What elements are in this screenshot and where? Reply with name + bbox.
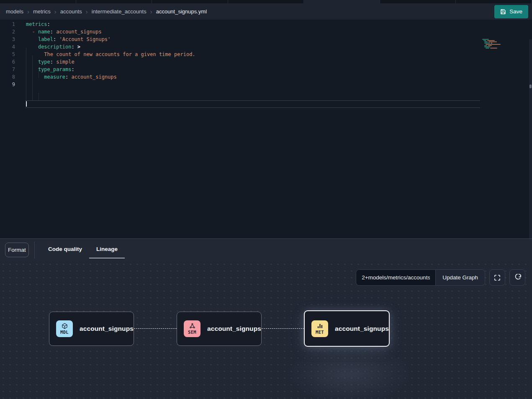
- code-line: type_params:: [26, 66, 195, 73]
- fullscreen-icon: [494, 274, 501, 281]
- top-tab-1[interactable]: [76, 0, 152, 3]
- save-icon: [500, 9, 506, 15]
- code-line: metrics:: [26, 20, 195, 28]
- selected-node-glow: [280, 340, 419, 399]
- badge-label: MDL: [60, 330, 69, 335]
- top-tab-0[interactable]: [0, 0, 76, 3]
- save-button[interactable]: Save: [494, 5, 528, 18]
- lineage-edge: [262, 328, 304, 329]
- vertical-scrollbar[interactable]: [529, 39, 532, 258]
- semantic-badge: SEM: [184, 320, 200, 337]
- code-editor[interactable]: 123456789 metrics: - name: account_signu…: [0, 20, 532, 238]
- tab-lineage[interactable]: Lineage: [89, 239, 125, 259]
- code-line: [26, 81, 195, 88]
- code-line: type: simple: [26, 58, 195, 66]
- fullscreen-button[interactable]: [489, 269, 505, 286]
- text-cursor: [26, 101, 27, 107]
- current-line-highlight: [25, 100, 480, 108]
- lineage-node-model[interactable]: MDL account_signups: [49, 312, 134, 346]
- refresh-icon: [514, 274, 521, 281]
- update-graph-button[interactable]: Update Graph: [435, 269, 485, 286]
- semantic-graph-icon: [189, 323, 195, 330]
- top-tab-5[interactable]: [380, 0, 456, 3]
- model-badge: MDL: [56, 320, 73, 337]
- scrollbar-thumb[interactable]: [529, 84, 532, 88]
- refresh-graph-button[interactable]: [509, 269, 525, 286]
- node-label: account_signups: [207, 325, 261, 332]
- panel-tabs: Code quality Lineage: [47, 239, 125, 261]
- minimap[interactable]: [482, 39, 506, 51]
- code-line: description: >: [26, 43, 195, 51]
- line-number: 1: [0, 20, 15, 28]
- breadcrumb: models›metrics›accounts›intermediate_acc…: [6, 8, 494, 15]
- breadcrumb-item[interactable]: models: [6, 8, 23, 15]
- code-line: measure: account_signups: [26, 73, 195, 81]
- top-tab-6[interactable]: [456, 0, 532, 3]
- line-number: 5: [0, 51, 15, 58]
- node-label: account_signups: [335, 325, 389, 332]
- breadcrumb-separator: ›: [27, 8, 29, 15]
- line-number: 7: [0, 66, 15, 73]
- bar-chart-icon: [317, 323, 323, 330]
- model-selector-input[interactable]: [356, 269, 436, 286]
- bottom-panel: Format Code quality Lineage Update Graph: [0, 239, 532, 399]
- line-number: 3: [0, 36, 15, 43]
- lineage-node-semantic[interactable]: SEM account_signups: [177, 312, 262, 346]
- badge-label: SEM: [188, 330, 196, 335]
- lineage-graph[interactable]: Update Graph: [0, 261, 532, 399]
- code-line: The count of new accounts for a given ti…: [26, 51, 195, 58]
- save-button-label: Save: [509, 8, 522, 15]
- lineage-node-metric[interactable]: MET account_signups: [304, 310, 390, 347]
- metric-badge: MET: [311, 320, 328, 337]
- top-tab-strip: [0, 0, 532, 3]
- code-content[interactable]: metrics: - name: account_signups label: …: [26, 20, 195, 88]
- indent-guide: [39, 93, 39, 100]
- lineage-edge: [134, 328, 177, 329]
- badge-label: MET: [316, 330, 324, 335]
- node-label: account_signups: [80, 325, 134, 332]
- cube-icon: [62, 323, 68, 330]
- breadcrumb-separator: ›: [86, 8, 88, 15]
- breadcrumb-separator: ›: [150, 8, 152, 15]
- top-tab-3[interactable]: [228, 0, 304, 3]
- line-number: 8: [0, 73, 15, 81]
- breadcrumb-item[interactable]: accounts: [60, 8, 82, 15]
- line-number-gutter: 123456789: [0, 20, 15, 88]
- line-number: 6: [0, 58, 15, 66]
- code-line: - name: account_signups: [26, 28, 195, 36]
- top-tab-2[interactable]: [152, 0, 228, 3]
- code-line: label: 'Account Signups': [26, 36, 195, 43]
- line-number: 9: [0, 81, 15, 88]
- tab-code-quality[interactable]: Code quality: [47, 239, 83, 259]
- breadcrumb-item[interactable]: account_signups.yml: [156, 8, 207, 15]
- format-button[interactable]: Format: [5, 243, 29, 257]
- toolbar-divider: [34, 241, 35, 258]
- line-number: 2: [0, 28, 15, 36]
- breadcrumb-separator: ›: [54, 8, 57, 15]
- ide-window: models›metrics›accounts›intermediate_acc…: [0, 0, 532, 399]
- breadcrumb-item[interactable]: intermediate_accounts: [92, 8, 146, 15]
- breadcrumb-item[interactable]: metrics: [33, 8, 51, 15]
- lineage-controls: Update Graph: [356, 269, 525, 286]
- line-number: 4: [0, 43, 15, 51]
- top-tab-4[interactable]: [304, 0, 380, 3]
- breadcrumb-bar: models›metrics›accounts›intermediate_acc…: [0, 3, 532, 20]
